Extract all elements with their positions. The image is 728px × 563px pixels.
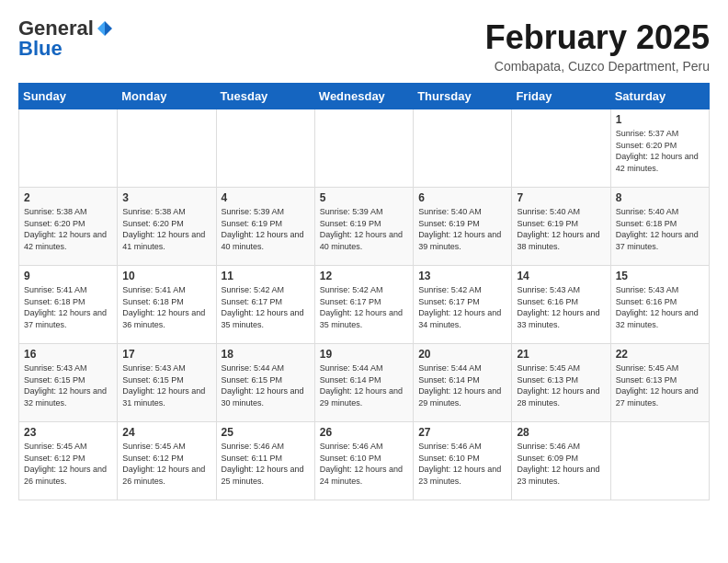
day-number: 25	[222, 426, 310, 439]
svg-marker-1	[97, 21, 105, 36]
day-number: 10	[122, 270, 210, 282]
calendar-cell: 11Sunrise: 5:42 AM Sunset: 6:17 PM Dayli…	[216, 266, 314, 344]
day-info: Sunrise: 5:42 AM Sunset: 6:17 PM Dayligh…	[418, 284, 506, 330]
calendar-cell: 7Sunrise: 5:40 AM Sunset: 6:19 PM Daylig…	[512, 188, 610, 266]
day-number: 22	[616, 348, 704, 361]
location-subtitle: Combapata, Cuzco Department, Peru	[485, 59, 710, 74]
day-number: 13	[418, 270, 506, 282]
calendar-cell: 13Sunrise: 5:42 AM Sunset: 6:17 PM Dayli…	[414, 266, 512, 344]
day-number: 16	[24, 348, 112, 361]
month-title: February 2025	[485, 18, 710, 57]
day-info: Sunrise: 5:38 AM Sunset: 6:20 PM Dayligh…	[122, 206, 210, 252]
calendar-cell: 9Sunrise: 5:41 AM Sunset: 6:18 PM Daylig…	[19, 266, 118, 344]
day-info: Sunrise: 5:43 AM Sunset: 6:16 PM Dayligh…	[616, 284, 704, 330]
day-number: 27	[418, 426, 506, 439]
day-number: 1	[616, 113, 704, 126]
day-info: Sunrise: 5:43 AM Sunset: 6:15 PM Dayligh…	[24, 362, 112, 408]
day-info: Sunrise: 5:44 AM Sunset: 6:14 PM Dayligh…	[320, 362, 408, 408]
calendar-cell	[512, 109, 610, 188]
calendar-cell: 5Sunrise: 5:39 AM Sunset: 6:19 PM Daylig…	[314, 188, 413, 266]
weekday-header-monday: Monday	[118, 84, 216, 109]
calendar-cell: 14Sunrise: 5:43 AM Sunset: 6:16 PM Dayli…	[512, 266, 610, 344]
day-info: Sunrise: 5:46 AM Sunset: 6:10 PM Dayligh…	[320, 441, 408, 487]
calendar-cell: 20Sunrise: 5:44 AM Sunset: 6:14 PM Dayli…	[414, 344, 512, 422]
calendar-cell: 19Sunrise: 5:44 AM Sunset: 6:14 PM Dayli…	[314, 344, 413, 422]
weekday-header-saturday: Saturday	[610, 84, 709, 109]
day-number: 19	[320, 348, 408, 361]
logo-blue-text: Blue	[18, 39, 63, 59]
calendar-cell	[19, 109, 118, 188]
logo: General Blue	[18, 18, 114, 59]
day-number: 7	[517, 191, 605, 204]
svg-marker-0	[105, 21, 112, 36]
day-info: Sunrise: 5:45 AM Sunset: 6:13 PM Dayligh…	[517, 362, 605, 408]
calendar-table: SundayMondayTuesdayWednesdayThursdayFrid…	[18, 83, 710, 500]
calendar-cell: 10Sunrise: 5:41 AM Sunset: 6:18 PM Dayli…	[118, 266, 216, 344]
weekday-header-wednesday: Wednesday	[314, 84, 413, 109]
day-info: Sunrise: 5:46 AM Sunset: 6:09 PM Dayligh…	[517, 441, 605, 487]
day-number: 15	[616, 270, 704, 282]
day-info: Sunrise: 5:39 AM Sunset: 6:19 PM Dayligh…	[222, 206, 310, 252]
calendar-cell: 12Sunrise: 5:42 AM Sunset: 6:17 PM Dayli…	[314, 266, 413, 344]
day-number: 12	[320, 270, 408, 282]
day-info: Sunrise: 5:41 AM Sunset: 6:18 PM Dayligh…	[122, 284, 210, 330]
calendar-week-3: 9Sunrise: 5:41 AM Sunset: 6:18 PM Daylig…	[19, 266, 710, 344]
calendar-cell	[216, 109, 314, 188]
day-number: 8	[616, 191, 704, 204]
weekday-header-sunday: Sunday	[19, 84, 118, 109]
day-number: 24	[122, 426, 210, 439]
calendar-cell	[118, 109, 216, 188]
weekday-header-tuesday: Tuesday	[216, 84, 314, 109]
logo-general-text: General	[18, 18, 94, 39]
day-number: 11	[222, 270, 310, 282]
day-info: Sunrise: 5:43 AM Sunset: 6:16 PM Dayligh…	[517, 284, 605, 330]
day-number: 3	[122, 191, 210, 204]
day-number: 4	[222, 191, 310, 204]
logo-icon	[96, 19, 114, 38]
day-info: Sunrise: 5:46 AM Sunset: 6:10 PM Dayligh…	[418, 441, 506, 487]
day-info: Sunrise: 5:40 AM Sunset: 6:18 PM Dayligh…	[616, 206, 704, 252]
day-number: 26	[320, 426, 408, 439]
calendar-week-4: 16Sunrise: 5:43 AM Sunset: 6:15 PM Dayli…	[19, 344, 710, 422]
day-info: Sunrise: 5:39 AM Sunset: 6:19 PM Dayligh…	[320, 206, 408, 252]
day-info: Sunrise: 5:45 AM Sunset: 6:13 PM Dayligh…	[616, 362, 704, 408]
calendar-cell: 24Sunrise: 5:45 AM Sunset: 6:12 PM Dayli…	[118, 422, 216, 500]
calendar-cell: 25Sunrise: 5:46 AM Sunset: 6:11 PM Dayli…	[216, 422, 314, 500]
day-number: 28	[517, 426, 605, 439]
calendar-cell: 6Sunrise: 5:40 AM Sunset: 6:19 PM Daylig…	[414, 188, 512, 266]
day-info: Sunrise: 5:41 AM Sunset: 6:18 PM Dayligh…	[24, 284, 112, 330]
day-info: Sunrise: 5:40 AM Sunset: 6:19 PM Dayligh…	[418, 206, 506, 252]
day-info: Sunrise: 5:44 AM Sunset: 6:15 PM Dayligh…	[222, 362, 310, 408]
calendar-cell: 27Sunrise: 5:46 AM Sunset: 6:10 PM Dayli…	[414, 422, 512, 500]
day-number: 6	[418, 191, 506, 204]
calendar-week-2: 2Sunrise: 5:38 AM Sunset: 6:20 PM Daylig…	[19, 188, 710, 266]
calendar-cell: 4Sunrise: 5:39 AM Sunset: 6:19 PM Daylig…	[216, 188, 314, 266]
calendar-cell: 3Sunrise: 5:38 AM Sunset: 6:20 PM Daylig…	[118, 188, 216, 266]
calendar-cell	[314, 109, 413, 188]
calendar-cell: 22Sunrise: 5:45 AM Sunset: 6:13 PM Dayli…	[610, 344, 709, 422]
calendar-cell: 2Sunrise: 5:38 AM Sunset: 6:20 PM Daylig…	[19, 188, 118, 266]
day-info: Sunrise: 5:44 AM Sunset: 6:14 PM Dayligh…	[418, 362, 506, 408]
calendar-cell: 8Sunrise: 5:40 AM Sunset: 6:18 PM Daylig…	[610, 188, 709, 266]
day-number: 17	[122, 348, 210, 361]
day-number: 18	[222, 348, 310, 361]
calendar-cell: 23Sunrise: 5:45 AM Sunset: 6:12 PM Dayli…	[19, 422, 118, 500]
day-info: Sunrise: 5:43 AM Sunset: 6:15 PM Dayligh…	[122, 362, 210, 408]
day-info: Sunrise: 5:46 AM Sunset: 6:11 PM Dayligh…	[222, 441, 310, 487]
day-number: 23	[24, 426, 112, 439]
day-info: Sunrise: 5:42 AM Sunset: 6:17 PM Dayligh…	[320, 284, 408, 330]
calendar-cell: 17Sunrise: 5:43 AM Sunset: 6:15 PM Dayli…	[118, 344, 216, 422]
weekday-header-friday: Friday	[512, 84, 610, 109]
calendar-week-1: 1Sunrise: 5:37 AM Sunset: 6:20 PM Daylig…	[19, 109, 710, 188]
calendar-cell: 18Sunrise: 5:44 AM Sunset: 6:15 PM Dayli…	[216, 344, 314, 422]
calendar-cell: 1Sunrise: 5:37 AM Sunset: 6:20 PM Daylig…	[610, 109, 709, 188]
calendar-week-5: 23Sunrise: 5:45 AM Sunset: 6:12 PM Dayli…	[19, 422, 710, 500]
day-number: 14	[517, 270, 605, 282]
calendar-cell: 16Sunrise: 5:43 AM Sunset: 6:15 PM Dayli…	[19, 344, 118, 422]
day-info: Sunrise: 5:45 AM Sunset: 6:12 PM Dayligh…	[24, 441, 112, 487]
day-info: Sunrise: 5:42 AM Sunset: 6:17 PM Dayligh…	[222, 284, 310, 330]
day-number: 21	[517, 348, 605, 361]
day-info: Sunrise: 5:45 AM Sunset: 6:12 PM Dayligh…	[122, 441, 210, 487]
day-number: 9	[24, 270, 112, 282]
day-number: 5	[320, 191, 408, 204]
